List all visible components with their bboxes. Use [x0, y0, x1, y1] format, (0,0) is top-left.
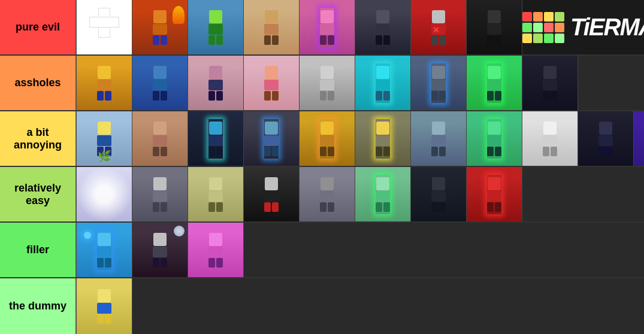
- list-item[interactable]: [77, 278, 132, 334]
- tier-items-a-bit-annoying: 🌿: [75, 111, 644, 166]
- tier-items-assholes: [75, 56, 644, 110]
- tier-label-a-bit-annoying: a bit annoying: [0, 111, 75, 166]
- list-item[interactable]: [300, 56, 355, 110]
- list-item[interactable]: [132, 223, 188, 277]
- list-item[interactable]: [467, 167, 522, 221]
- tier-label-relatively-easy: relatively easy: [0, 167, 75, 221]
- tier-label-pure-evil: pure evil: [0, 0, 75, 54]
- list-item[interactable]: [467, 56, 522, 110]
- list-item[interactable]: [188, 223, 244, 277]
- list-item[interactable]: [522, 56, 578, 110]
- list-item[interactable]: [411, 56, 467, 110]
- tier-row-a-bit-annoying: a bit annoying 🌿: [0, 111, 644, 167]
- list-item[interactable]: [411, 111, 467, 166]
- tier-items-relatively-easy: [75, 167, 644, 221]
- list-item[interactable]: [355, 167, 411, 221]
- dummy-empty-space: [132, 278, 644, 334]
- tier-row-assholes: assholes: [0, 56, 644, 111]
- logo-grid: [522, 12, 564, 43]
- list-item[interactable]: [188, 0, 244, 54]
- list-item[interactable]: [300, 0, 355, 54]
- list-item[interactable]: [355, 56, 411, 110]
- tier-items-filler: [75, 223, 644, 277]
- list-item[interactable]: [300, 167, 355, 221]
- list-item[interactable]: [188, 167, 244, 221]
- list-item[interactable]: [355, 111, 411, 166]
- tier-row-relatively-easy: relatively easy: [0, 167, 644, 223]
- list-item[interactable]: [411, 167, 467, 221]
- list-item[interactable]: [188, 111, 244, 166]
- list-item[interactable]: ✕: [411, 0, 467, 54]
- list-item[interactable]: [132, 167, 188, 221]
- tier-label-the-dummy: the dummy: [0, 278, 75, 334]
- list-item[interactable]: [522, 111, 578, 166]
- list-item[interactable]: [132, 0, 188, 54]
- tier-label-filler: filler: [0, 223, 75, 277]
- tier-items-the-dummy: [75, 278, 644, 334]
- list-item[interactable]: [244, 111, 300, 166]
- list-item[interactable]: [355, 0, 411, 54]
- list-item[interactable]: [132, 56, 188, 110]
- filler-empty-space: [244, 223, 644, 277]
- list-item[interactable]: [132, 111, 188, 166]
- tier-row-filler: filler: [0, 223, 644, 278]
- list-item[interactable]: [77, 56, 132, 110]
- list-item[interactable]: [634, 111, 644, 166]
- list-item[interactable]: [300, 111, 355, 166]
- list-item[interactable]: [77, 167, 132, 221]
- list-item[interactable]: [244, 56, 300, 110]
- tier-label-assholes: assholes: [0, 56, 75, 110]
- tiermaker-logo-area: TiERMAKER: [522, 0, 644, 54]
- list-item[interactable]: 🌿: [77, 111, 132, 166]
- list-item[interactable]: [188, 56, 244, 110]
- list-item[interactable]: [467, 0, 522, 54]
- list-item[interactable]: [77, 0, 132, 54]
- tier-row-pure-evil: pure evil: [0, 0, 644, 56]
- list-item[interactable]: [467, 111, 522, 166]
- list-item[interactable]: [244, 167, 300, 221]
- tier-items-pure-evil: ✕: [75, 0, 644, 54]
- tier-row-the-dummy: the dummy: [0, 278, 644, 334]
- tiermaker-logo-text: TiERMAKER: [570, 14, 644, 41]
- list-item[interactable]: [244, 0, 300, 54]
- list-item[interactable]: [578, 111, 634, 166]
- list-item[interactable]: [77, 223, 132, 277]
- tier-table: pure evil: [0, 0, 644, 334]
